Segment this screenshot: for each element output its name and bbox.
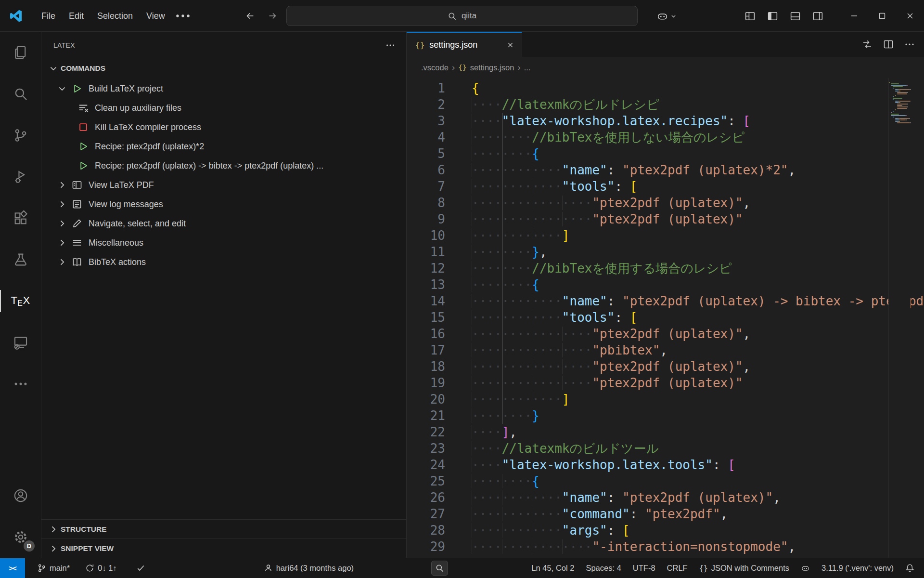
cursor-position-item[interactable]: Ln 45, Col 2	[526, 558, 580, 578]
code-line[interactable]: 27············"command": "ptex2pdf",	[407, 506, 924, 522]
chevron-right-icon[interactable]	[56, 217, 68, 230]
tree-item[interactable]: Navigate, select, and edit	[41, 214, 406, 233]
chevron-right-icon[interactable]	[56, 198, 68, 210]
vertical-scrollbar[interactable]	[911, 78, 924, 558]
breadcrumb-item[interactable]: .vscode	[421, 63, 449, 72]
arrow-forward-icon[interactable]	[263, 0, 282, 32]
chevron-right-icon[interactable]	[56, 236, 68, 249]
structure-section-header[interactable]: STRUCTURE	[41, 519, 406, 539]
code-line[interactable]: 24····"latex-workshop.latex.tools": [	[407, 457, 924, 473]
toggle-primary-sidebar-icon[interactable]	[767, 10, 779, 22]
indentation-item[interactable]: Spaces: 4	[580, 558, 627, 578]
menu-edit[interactable]: Edit	[62, 7, 90, 25]
code-line[interactable]: 2····//latexmkのビルドレシピ	[407, 96, 924, 113]
eol-item[interactable]: CRLF	[661, 558, 693, 578]
breadcrumb-item[interactable]: settings.json	[470, 63, 514, 72]
code-line[interactable]: 10············]	[407, 227, 924, 244]
activity-source-control[interactable]	[0, 115, 41, 156]
check-status-item[interactable]	[132, 558, 150, 578]
tree-item[interactable]: View log messages	[41, 195, 406, 214]
search-box[interactable]: qiita	[286, 6, 638, 26]
copilot-status-item[interactable]	[795, 558, 816, 578]
minimize-icon[interactable]	[840, 0, 868, 32]
menu-view[interactable]: View	[140, 7, 172, 25]
more-menus-button[interactable]	[174, 7, 192, 25]
breadcrumb-item[interactable]: ...	[524, 63, 531, 72]
activity-settings-gear[interactable]: D	[0, 516, 41, 558]
activity-run-debug[interactable]	[0, 156, 41, 197]
git-sync-item[interactable]: 0↓ 1↑	[81, 558, 121, 578]
tree-item[interactable]: View LaTeX PDF	[41, 175, 406, 195]
code-line[interactable]: 7············"tools": [	[407, 178, 924, 195]
close-icon[interactable]	[896, 0, 924, 32]
git-branch-item[interactable]: main*	[33, 558, 74, 578]
code-line[interactable]: 22····],	[407, 424, 924, 440]
tree-item[interactable]: Miscellaneous	[41, 233, 406, 252]
code-line[interactable]: 12········//bibTexを使用する場合のレシピ	[407, 260, 924, 276]
commands-section-header[interactable]: COMMANDS	[41, 59, 406, 78]
minimap[interactable]	[888, 78, 911, 558]
code-line[interactable]: 17················"pbibtex",	[407, 342, 924, 358]
code-line[interactable]: 1{	[407, 80, 924, 96]
sidebar-more-actions-icon[interactable]	[385, 40, 396, 51]
menu-selection[interactable]: Selection	[90, 7, 140, 25]
open-changes-icon[interactable]	[861, 39, 873, 50]
code-line[interactable]: 21········}	[407, 407, 924, 424]
tree-item[interactable]: Recipe: ptex2pdf (uplatex) -> bibtex -> …	[41, 156, 406, 175]
activity-remote-explorer[interactable]	[0, 322, 41, 363]
code-line[interactable]: 6············"name": "ptex2pdf (uplatex)…	[407, 162, 924, 178]
code-line[interactable]: 28············"args": [	[407, 522, 924, 539]
code-line[interactable]: 20············]	[407, 391, 924, 407]
language-mode-item[interactable]: {} JSON with Comments	[693, 558, 795, 578]
tab-settings-json[interactable]: {} settings.json	[407, 32, 522, 57]
activity-search[interactable]	[0, 73, 41, 115]
python-version-item[interactable]: 3.11.9 ('.venv': venv)	[816, 558, 899, 578]
code-line[interactable]: 13········{	[407, 276, 924, 293]
split-editor-icon[interactable]	[883, 39, 894, 50]
code-line[interactable]: 4········//bibTexを使用しない場合のレシピ	[407, 129, 924, 145]
tab-close-icon[interactable]	[504, 39, 517, 52]
code-line[interactable]: 26············"name": "ptex2pdf (uplatex…	[407, 489, 924, 506]
customize-layout-icon[interactable]	[744, 10, 756, 22]
copilot-button[interactable]	[656, 7, 677, 25]
chevron-right-icon[interactable]	[56, 256, 68, 268]
chevron-down-icon[interactable]	[56, 82, 68, 95]
code-line[interactable]: 5········{	[407, 145, 924, 162]
code-line[interactable]: 19················"ptex2pdf (uplatex)"	[407, 375, 924, 391]
notifications-bell[interactable]	[899, 558, 920, 578]
code-line[interactable]: 3····"latex-workshop.latex.recipes": [	[407, 113, 924, 129]
maximize-icon[interactable]	[868, 0, 896, 32]
remote-indicator[interactable]: ><	[0, 558, 25, 578]
menu-file[interactable]: File	[35, 7, 62, 25]
code-line[interactable]: 14············"name": "ptex2pdf (uplatex…	[407, 293, 924, 309]
tree-item[interactable]: Clean up auxiliary files	[41, 98, 406, 118]
code-line[interactable]: 29················"-interaction=nonstopm…	[407, 539, 924, 555]
code-line[interactable]: 16················"ptex2pdf (uplatex)",	[407, 326, 924, 342]
arrow-back-icon[interactable]	[241, 0, 260, 32]
chevron-right-icon[interactable]	[56, 179, 68, 191]
snippet-view-section-header[interactable]: SNIPPET VIEW	[41, 539, 406, 558]
tree-item[interactable]: Recipe: ptex2pdf (uplatex)*2	[41, 137, 406, 156]
activity-more[interactable]	[0, 363, 41, 405]
code-line[interactable]: 18················"ptex2pdf (uplatex)",	[407, 358, 924, 375]
toggle-panel-icon[interactable]	[789, 10, 801, 22]
code-line[interactable]: 25········{	[407, 473, 924, 489]
code-line[interactable]: 9················"ptex2pdf (uplatex)"	[407, 211, 924, 227]
activity-account[interactable]	[0, 475, 41, 516]
tree-item[interactable]: Build LaTeX project	[41, 79, 406, 98]
code-line[interactable]: 8················"ptex2pdf (uplatex)",	[407, 195, 924, 211]
activity-latex-tex[interactable]: TEX	[0, 280, 41, 322]
toggle-secondary-sidebar-icon[interactable]	[812, 10, 824, 22]
zoom-indicator[interactable]	[431, 561, 448, 576]
code-line[interactable]: 15············"tools": [	[407, 309, 924, 326]
tree-item[interactable]: Kill LaTeX compiler process	[41, 118, 406, 137]
code-line[interactable]: 23····//latexmkのビルドツール	[407, 440, 924, 457]
activity-explorer[interactable]	[0, 32, 41, 73]
activity-testing-beaker[interactable]	[0, 239, 41, 280]
git-blame-item[interactable]: hari64 (3 months ago)	[259, 558, 358, 578]
activity-extensions[interactable]	[0, 197, 41, 239]
code-line[interactable]: 11········},	[407, 244, 924, 260]
more-actions-icon[interactable]	[904, 39, 915, 50]
tree-item[interactable]: BibTeX actions	[41, 252, 406, 272]
code-editor[interactable]: 1{2····//latexmkのビルドレシピ3····"latex-works…	[407, 78, 924, 558]
